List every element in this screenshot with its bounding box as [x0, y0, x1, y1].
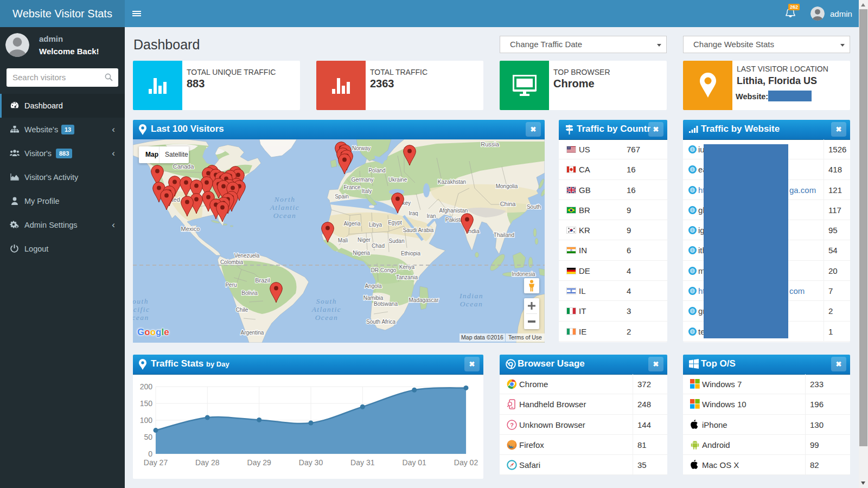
svg-text:Atlantic: Atlantic: [311, 305, 342, 313]
svg-text:acific: acific: [133, 305, 150, 313]
svg-text:Iran: Iran: [426, 213, 436, 219]
svg-text:South: South: [316, 297, 337, 305]
svg-text:Indian: Indian: [459, 292, 483, 300]
svg-text:Day 29: Day 29: [247, 458, 272, 467]
svg-text:Germany: Germany: [351, 177, 373, 183]
svg-text:100: 100: [140, 416, 153, 425]
svg-text:South Africa: South Africa: [366, 319, 395, 325]
svg-text:Chile: Chile: [236, 307, 248, 313]
svg-text:Day 28: Day 28: [195, 458, 220, 467]
svg-text:Niger: Niger: [358, 237, 371, 243]
svg-text:Ocean: Ocean: [315, 313, 339, 322]
svg-text:Argentina: Argentina: [241, 330, 264, 336]
svg-text:outh: outh: [133, 297, 149, 305]
svg-text:Sudan: Sudan: [389, 238, 405, 244]
svg-text:Thailand: Thailand: [494, 232, 514, 238]
svg-text:Ocean: Ocean: [273, 211, 297, 220]
svg-text:?: ?: [510, 421, 514, 428]
svg-text:Saudi Arabia: Saudi Arabia: [403, 227, 434, 233]
svg-text:Botswana: Botswana: [374, 301, 398, 307]
svg-text:Russia: Russia: [481, 141, 500, 147]
svg-text:150: 150: [140, 399, 153, 408]
svg-text:Colombia: Colombia: [220, 259, 244, 265]
svg-text:Bolivia: Bolivia: [241, 290, 258, 296]
svg-text:Madagascar: Madagascar: [409, 297, 439, 303]
svg-text:Kenya: Kenya: [399, 264, 415, 270]
svg-text:Tanzania: Tanzania: [396, 274, 418, 280]
svg-text:Day 30: Day 30: [299, 458, 323, 467]
svg-text:Mongolia: Mongolia: [496, 183, 518, 189]
svg-text:Iraq: Iraq: [409, 210, 418, 216]
svg-text:Atlantic: Atlantic: [270, 203, 300, 211]
svg-text:Chad: Chad: [372, 243, 385, 249]
svg-text:200: 200: [140, 382, 153, 391]
svg-text:50: 50: [144, 433, 152, 441]
svg-text:Ethiopia: Ethiopia: [401, 251, 421, 256]
svg-text:Spain: Spain: [335, 194, 349, 200]
svg-text:0: 0: [148, 450, 152, 458]
svg-text:Ocean: Ocean: [460, 300, 483, 308]
svg-text:cean: cean: [133, 313, 149, 322]
svg-text:Poland: Poland: [368, 168, 385, 174]
svg-text:Algeria: Algeria: [343, 221, 361, 227]
svg-text:Libya: Libya: [369, 222, 382, 228]
svg-text:North: North: [273, 195, 295, 203]
svg-text:Nigeria: Nigeria: [353, 250, 370, 256]
svg-text:Day 02: Day 02: [454, 458, 478, 467]
svg-text:Day 31: Day 31: [350, 458, 375, 467]
svg-text:South: South: [527, 204, 541, 210]
svg-text:Afghanistan: Afghanistan: [439, 208, 468, 214]
svg-text:Mali: Mali: [338, 237, 348, 243]
svg-text:China: China: [500, 201, 516, 207]
svg-text:Canada: Canada: [173, 163, 194, 170]
svg-text:Norway: Norway: [352, 145, 371, 151]
svg-text:Ukraine: Ukraine: [388, 177, 407, 183]
svg-text:Brazil: Brazil: [255, 277, 270, 284]
svg-text:Venezuela: Venezuela: [234, 253, 260, 259]
svg-text:Angola: Angola: [365, 283, 382, 289]
svg-text:Peru: Peru: [225, 282, 237, 288]
svg-text:Indonesia: Indonesia: [512, 271, 535, 277]
svg-text:Italy: Italy: [362, 188, 372, 194]
svg-text:Day 01: Day 01: [403, 458, 427, 467]
svg-text:France: France: [343, 184, 361, 190]
svg-text:Kazakhstan: Kazakhstan: [438, 179, 466, 185]
svg-text:Namibia: Namibia: [363, 295, 384, 301]
svg-text:Egypt: Egypt: [388, 220, 402, 226]
svg-text:Day 27: Day 27: [144, 458, 168, 467]
svg-text:Mexico: Mexico: [181, 226, 200, 232]
svg-text:DR Congo: DR Congo: [371, 267, 397, 273]
